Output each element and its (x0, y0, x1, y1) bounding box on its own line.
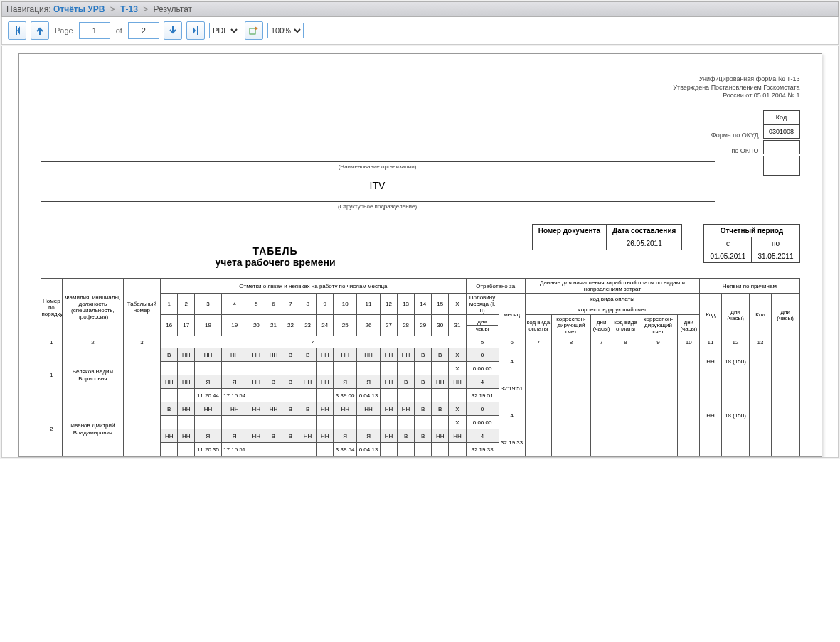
day-val (221, 416, 248, 429)
dept-name-line (41, 191, 715, 202)
format-select[interactable]: PDF (209, 23, 240, 38)
day-mark: В (299, 402, 317, 416)
breadcrumb-link-t13[interactable]: Т-13 (120, 4, 138, 14)
day-mark: НН (432, 375, 449, 389)
prev-page-button[interactable] (31, 21, 49, 40)
day-val: 3:39:00 (334, 389, 357, 402)
day-mark: НН (248, 402, 265, 416)
period-table: Отчетный период спо 01.05.201131.05.2011 (703, 224, 799, 263)
day-val (398, 389, 415, 402)
day-val: X (449, 362, 466, 375)
day-val (317, 362, 334, 375)
day-val (415, 389, 432, 402)
export-button[interactable] (245, 21, 263, 40)
day-mark: НН (380, 375, 397, 389)
of-label: of (116, 26, 122, 35)
day-mark: X (449, 402, 466, 416)
day-val (282, 443, 299, 456)
day-mark: В (265, 429, 282, 443)
day-val (317, 389, 334, 402)
last-page-button[interactable] (186, 21, 205, 40)
day-val (282, 362, 299, 375)
day-mark: В (398, 429, 415, 443)
title-line2: учета рабочего времени (41, 257, 511, 268)
day-val (161, 443, 178, 456)
dept-name-caption: (Структурное подразделение) (41, 203, 715, 210)
day-mark: НН (380, 429, 397, 443)
day-val (415, 362, 432, 375)
breadcrumb-link-reports[interactable]: Отчёты УРВ (53, 4, 105, 14)
day-mark: НН (317, 348, 334, 362)
day-mark: В (299, 348, 317, 362)
day-mark: НН (161, 375, 178, 389)
day-val (161, 389, 178, 402)
zoom-select[interactable]: 100% (267, 23, 304, 38)
day-val (449, 443, 466, 456)
first-page-button[interactable] (8, 21, 26, 40)
day-val (357, 362, 381, 375)
day-val (415, 443, 432, 456)
day-mark: НН (265, 402, 282, 416)
day-val (380, 389, 397, 402)
day-val: 0:04:13 (357, 389, 381, 402)
day-val (432, 443, 449, 456)
okud-value: 0301008 (763, 124, 800, 139)
page-input[interactable] (79, 22, 110, 39)
day-mark: НН (248, 429, 265, 443)
day-val: 11:20:44 (195, 389, 221, 402)
day-val (178, 389, 195, 402)
day-val (195, 416, 221, 429)
day-val (248, 443, 265, 456)
day-val (195, 362, 221, 375)
day-mark: НН (248, 375, 265, 389)
day-mark: Я (221, 375, 248, 389)
next-page-button[interactable] (164, 21, 182, 40)
day-val (265, 416, 282, 429)
day-mark: НН (299, 429, 317, 443)
day-mark: НН (178, 375, 195, 389)
row-tabnum (123, 402, 161, 456)
half2-hours: 32:19:51 (466, 389, 499, 402)
abs-days: 18 (150) (721, 402, 749, 429)
day-val (248, 362, 265, 375)
day-val (317, 416, 334, 429)
day-val (432, 389, 449, 402)
day-val (398, 416, 415, 429)
day-mark: НН (317, 429, 334, 443)
day-mark: В (415, 348, 432, 362)
day-val (161, 416, 178, 429)
day-val (398, 362, 415, 375)
org-name-line (41, 151, 715, 162)
day-mark: НН (178, 429, 195, 443)
day-val (265, 389, 282, 402)
day-val (432, 362, 449, 375)
day-mark: В (432, 402, 449, 416)
day-mark: НН (178, 402, 195, 416)
day-val (178, 443, 195, 456)
doc-date: 26.05.2011 (607, 237, 682, 250)
day-mark: В (415, 402, 432, 416)
row-num: 2 (41, 402, 63, 456)
timesheet-table: Номер по порядку Фамилия, инициалы, долж… (41, 278, 800, 456)
abs-code: НН (700, 402, 722, 429)
day-mark: В (415, 429, 432, 443)
day-val: 3:38:54 (334, 443, 357, 456)
day-mark: Я (357, 429, 381, 443)
day-val (317, 443, 334, 456)
day-val (178, 416, 195, 429)
day-val (380, 416, 397, 429)
day-mark: НН (357, 402, 381, 416)
day-mark: X (449, 348, 466, 362)
day-mark: Я (334, 375, 357, 389)
day-mark: НН (178, 348, 195, 362)
day-mark: НН (317, 402, 334, 416)
day-val (221, 362, 248, 375)
day-mark: В (282, 429, 299, 443)
day-val (415, 416, 432, 429)
half1-days: 0 (466, 402, 499, 416)
th-marks: Отметки о явках и неявках на работу по ч… (161, 279, 466, 294)
day-val (265, 362, 282, 375)
day-val (248, 389, 265, 402)
code-header: Код (763, 110, 800, 124)
day-val (282, 389, 299, 402)
